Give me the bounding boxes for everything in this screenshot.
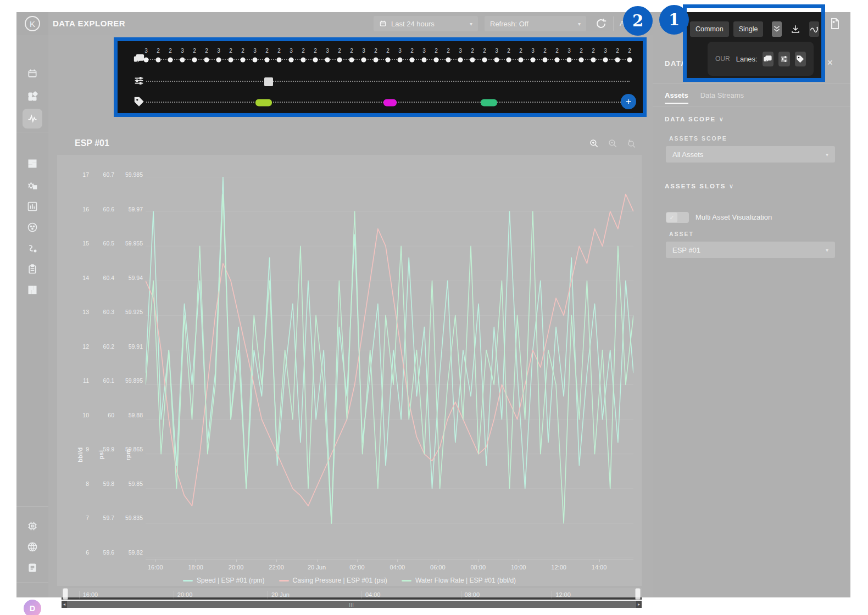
- comment-event-dot[interactable]: [627, 58, 632, 63]
- scroll-right-icon[interactable]: ▸: [636, 601, 642, 608]
- comment-count: 2: [410, 48, 414, 54]
- scroll-left-icon[interactable]: ◂: [62, 601, 67, 608]
- comments-lane-button[interactable]: [763, 52, 774, 66]
- comment-event-dot[interactable]: [386, 58, 391, 63]
- comment-event-dot[interactable]: [555, 58, 560, 63]
- double-chevron-down-icon: [772, 24, 782, 34]
- annotation-badge-2: 2: [623, 6, 653, 36]
- comment-event-dot[interactable]: [144, 58, 149, 63]
- comment-icon: [763, 54, 772, 64]
- comment-count: 2: [628, 48, 631, 54]
- comment-count: 2: [555, 48, 559, 54]
- axis-common-button[interactable]: Common: [690, 21, 729, 37]
- comment-count: 2: [241, 48, 244, 54]
- comment-event-dot[interactable]: [531, 58, 536, 63]
- comment-count: 3: [604, 48, 607, 54]
- lanes-toolbar-highlight: Common Single OUR Lanes:: [683, 4, 825, 82]
- comment-event-dot[interactable]: [494, 58, 499, 63]
- tags-lane-line: [146, 102, 630, 103]
- comment-event-dot[interactable]: [470, 58, 475, 63]
- comment-event-dot[interactable]: [168, 58, 173, 63]
- comment-event-dot[interactable]: [507, 58, 511, 63]
- comment-event-dot[interactable]: [277, 58, 282, 63]
- annotation-badge-1: 1: [659, 5, 689, 35]
- comment-count: 2: [519, 48, 522, 54]
- comment-count: 2: [616, 48, 619, 54]
- comment-event-dot[interactable]: [361, 58, 366, 63]
- comment-event-dot[interactable]: [603, 58, 608, 63]
- settings-lane-button[interactable]: [778, 52, 789, 66]
- axis-single-button[interactable]: Single: [733, 21, 764, 37]
- download-button[interactable]: [791, 21, 800, 37]
- comment-event-dot[interactable]: [253, 58, 258, 63]
- comment-event-dot[interactable]: [241, 58, 246, 63]
- comment-event-dot[interactable]: [301, 58, 306, 63]
- sliders-icon: [780, 54, 789, 64]
- comment-event-dot[interactable]: [591, 58, 596, 63]
- comment-event-dot[interactable]: [289, 58, 294, 63]
- comment-event-dot[interactable]: [446, 58, 451, 63]
- comment-event-dot[interactable]: [216, 58, 221, 63]
- comment-event-dot[interactable]: [180, 58, 185, 63]
- comment-event-dot[interactable]: [567, 58, 572, 63]
- lanes-toggle-button[interactable]: [772, 21, 782, 37]
- panel-title-fragment: OUR: [715, 55, 730, 63]
- comment-count: 2: [314, 48, 317, 54]
- comment-count: 3: [181, 48, 184, 54]
- comment-count: 3: [253, 48, 257, 54]
- comment-event-dot[interactable]: [192, 58, 197, 63]
- comment-event-dot[interactable]: [410, 58, 415, 63]
- axis-mode-toolbar: Common Single: [690, 21, 819, 37]
- comment-event-dot[interactable]: [325, 58, 330, 63]
- settings-event-marker[interactable]: [264, 77, 273, 86]
- comment-count: 3: [567, 48, 571, 54]
- trend-button[interactable]: [809, 21, 819, 37]
- comment-event-dot[interactable]: [229, 58, 233, 63]
- comments-lane-line: 3223223223223223223223232232232232232232…: [146, 59, 630, 60]
- sliders-lane-icon[interactable]: [133, 75, 145, 87]
- comment-event-dot[interactable]: [204, 58, 209, 63]
- comment-count: 2: [592, 48, 595, 54]
- comment-event-dot[interactable]: [313, 58, 318, 63]
- comment-event-dot[interactable]: [398, 58, 403, 63]
- comment-count: 2: [471, 48, 474, 54]
- tag-lane-icon[interactable]: [133, 96, 145, 108]
- comment-count: 2: [386, 48, 390, 54]
- comment-event-dot[interactable]: [374, 58, 379, 63]
- comment-count: 3: [531, 48, 535, 54]
- avatar[interactable]: D: [24, 600, 41, 615]
- comment-event-dot[interactable]: [458, 58, 463, 63]
- comment-event-dot[interactable]: [265, 58, 270, 63]
- comment-event-dot[interactable]: [337, 58, 342, 63]
- comment-count: 2: [193, 48, 196, 54]
- add-lane-item-button[interactable]: +: [621, 94, 636, 109]
- tag-event-marker[interactable]: [481, 99, 497, 107]
- comment-count: 2: [265, 48, 269, 54]
- comment-count: 2: [302, 48, 305, 54]
- comment-count: 2: [435, 48, 438, 54]
- toolbar-backdrop: Common Single OUR Lanes:: [687, 12, 821, 78]
- comment-event-dot[interactable]: [615, 58, 620, 63]
- tag-event-marker[interactable]: [255, 99, 272, 107]
- comment-event-dot[interactable]: [156, 58, 161, 63]
- comment-event-dot[interactable]: [349, 58, 354, 63]
- comment-event-dot[interactable]: [579, 58, 584, 63]
- comment-event-dot[interactable]: [543, 58, 548, 63]
- scroll-thumb[interactable]: |||: [67, 601, 636, 608]
- comment-count: 2: [205, 48, 208, 54]
- comment-count: 3: [459, 48, 462, 54]
- lanes-popup: OUR Lanes:: [708, 42, 814, 76]
- comment-count: 2: [374, 48, 377, 54]
- comment-event-dot[interactable]: [434, 58, 439, 63]
- download-icon: [791, 24, 800, 34]
- comment-count: 3: [422, 48, 426, 54]
- lanes-strip-highlight: 3223223223223223223223232232232232232232…: [114, 37, 647, 117]
- timeline-scrollbar[interactable]: ◂ ||| ▸: [62, 601, 642, 608]
- comment-count: 2: [277, 48, 281, 54]
- tag-event-marker[interactable]: [383, 99, 397, 107]
- comment-event-dot[interactable]: [519, 58, 524, 63]
- comment-event-dot[interactable]: [422, 58, 427, 63]
- comment-event-dot[interactable]: [482, 58, 487, 63]
- tags-lane-button[interactable]: [795, 52, 806, 66]
- comment-count: 2: [543, 48, 547, 54]
